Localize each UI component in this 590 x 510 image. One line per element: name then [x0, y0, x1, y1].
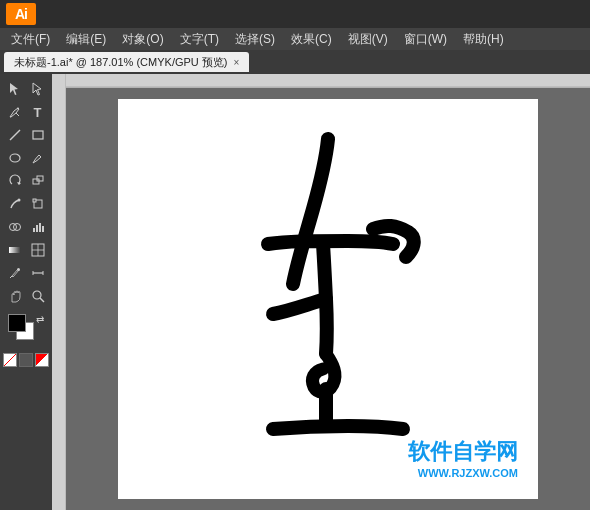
shape-builder-tool[interactable]: [4, 216, 26, 238]
watermark-title: 软件自学网: [408, 437, 518, 467]
watermark-url: WWW.RJZXW.COM: [408, 467, 518, 479]
svg-marker-0: [10, 83, 18, 95]
svg-line-3: [10, 130, 20, 140]
svg-rect-17: [42, 226, 44, 232]
rotate-tool[interactable]: [4, 170, 26, 192]
tool-row-shape: [4, 147, 49, 169]
tool-row-transform: [4, 170, 49, 192]
tool-row-build: [4, 216, 49, 238]
svg-line-23: [10, 276, 12, 278]
artboard[interactable]: 软件自学网 WWW.RJZXW.COM: [118, 99, 538, 499]
zoom-tool[interactable]: [27, 285, 49, 307]
scale-tool[interactable]: [27, 170, 49, 192]
fill-color-black[interactable]: [8, 314, 26, 332]
ellipse-tool[interactable]: [4, 147, 26, 169]
tool-row-selection: [4, 78, 49, 100]
artwork-svg: [218, 129, 438, 469]
chart-tool[interactable]: [27, 216, 49, 238]
tool-row-eye: [4, 262, 49, 284]
hand-tool[interactable]: [4, 285, 26, 307]
menu-window[interactable]: 窗口(W): [397, 29, 454, 50]
svg-rect-16: [39, 223, 41, 232]
ruler-h-marks: [52, 74, 590, 88]
svg-rect-14: [33, 228, 35, 232]
gradient-tool[interactable]: [4, 239, 26, 261]
canvas-area: 软件自学网 WWW.RJZXW.COM: [52, 74, 590, 510]
tool-row-pen: T: [4, 101, 49, 123]
menu-effect[interactable]: 效果(C): [284, 29, 339, 50]
tool-row-view: [4, 285, 49, 307]
tab-close-button[interactable]: ×: [234, 57, 240, 68]
svg-marker-1: [33, 83, 41, 95]
svg-point-22: [17, 268, 20, 271]
main-content: T: [0, 74, 590, 510]
tool-row-line: [4, 124, 49, 146]
pen-tool[interactable]: [4, 101, 26, 123]
svg-point-27: [33, 291, 41, 299]
stroke-swatch[interactable]: [19, 353, 33, 367]
eyedropper-tool[interactable]: [4, 262, 26, 284]
left-toolbar: T: [0, 74, 52, 510]
menu-view[interactable]: 视图(V): [341, 29, 395, 50]
menu-file[interactable]: 文件(F): [4, 29, 57, 50]
menu-bar: 文件(F) 编辑(E) 对象(O) 文字(T) 选择(S) 效果(C) 视图(V…: [0, 28, 590, 50]
document-tab[interactable]: 未标题-1.ai* @ 187.01% (CMYK/GPU 预览) ×: [4, 52, 249, 72]
svg-line-28: [40, 298, 44, 302]
watermark: 软件自学网 WWW.RJZXW.COM: [408, 437, 518, 479]
swap-colors-icon[interactable]: ⇄: [36, 314, 44, 325]
svg-rect-11: [33, 199, 36, 202]
svg-rect-18: [9, 247, 21, 253]
svg-point-2: [17, 108, 19, 110]
svg-rect-15: [36, 225, 38, 232]
svg-point-9: [17, 199, 20, 202]
ruler-vertical: [52, 74, 66, 510]
pencil-tool[interactable]: [27, 147, 49, 169]
red-diagonal-swatch[interactable]: [35, 353, 49, 367]
no-color-swatch[interactable]: [3, 353, 17, 367]
menu-edit[interactable]: 编辑(E): [59, 29, 113, 50]
stroke-none-row: [3, 353, 49, 367]
mesh-tool[interactable]: [27, 239, 49, 261]
tool-row-gradient: [4, 239, 49, 261]
menu-select[interactable]: 选择(S): [228, 29, 282, 50]
svg-point-5: [10, 154, 20, 162]
free-transform-tool[interactable]: [27, 193, 49, 215]
menu-object[interactable]: 对象(O): [115, 29, 170, 50]
tool-row-warp: [4, 193, 49, 215]
warp-tool[interactable]: [4, 193, 26, 215]
tab-label: 未标题-1.ai* @ 187.01% (CMYK/GPU 预览): [14, 55, 228, 70]
svg-rect-4: [33, 131, 43, 139]
selection-tool[interactable]: [4, 78, 26, 100]
color-swatch-area: ⇄: [8, 314, 44, 350]
direct-selection-tool[interactable]: [27, 78, 49, 100]
menu-help[interactable]: 帮助(H): [456, 29, 511, 50]
ruler-horizontal: [52, 74, 590, 88]
title-bar: Ai: [0, 0, 590, 28]
menu-text[interactable]: 文字(T): [173, 29, 226, 50]
type-tool[interactable]: T: [27, 101, 49, 123]
line-tool[interactable]: [4, 124, 26, 146]
rectangle-tool[interactable]: [27, 124, 49, 146]
ai-logo: Ai: [6, 3, 36, 25]
measure-tool[interactable]: [27, 262, 49, 284]
tab-bar: 未标题-1.ai* @ 187.01% (CMYK/GPU 预览) ×: [0, 50, 590, 74]
